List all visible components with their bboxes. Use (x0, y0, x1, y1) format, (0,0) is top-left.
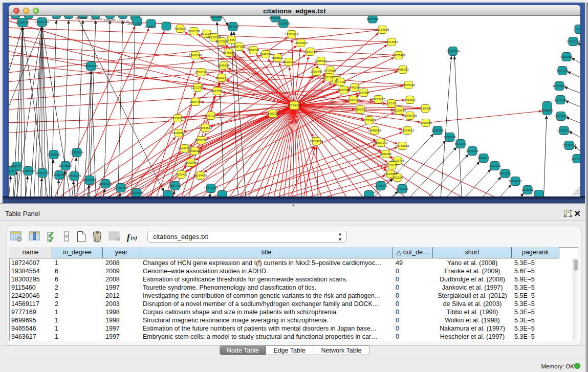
svg-text:9146821: 9146821 (259, 53, 272, 56)
svg-text:7986372: 7986372 (354, 108, 366, 111)
svg-text:12975115: 12975115 (402, 83, 416, 86)
svg-text:16120746: 16120746 (391, 159, 405, 162)
svg-text:7625402: 7625402 (175, 173, 187, 176)
svg-text:1621072: 1621072 (323, 76, 335, 79)
svg-text:5938923: 5938923 (444, 136, 456, 139)
svg-text:23420046: 23420046 (189, 54, 203, 57)
svg-text:19099489: 19099489 (184, 161, 198, 164)
svg-text:7357224: 7357224 (227, 25, 239, 28)
svg-text:1640954: 1640954 (431, 129, 444, 132)
svg-text:8912954: 8912954 (201, 32, 213, 35)
svg-text:10973493: 10973493 (392, 54, 406, 57)
svg-text:2867608: 2867608 (233, 45, 245, 48)
svg-text:6734028: 6734028 (324, 69, 336, 72)
svg-text:19756928: 19756928 (396, 144, 409, 147)
svg-text:9474444: 9474444 (466, 149, 478, 152)
svg-text:18724007: 18724007 (288, 104, 301, 107)
svg-text:9115460: 9115460 (420, 107, 432, 110)
svg-text:8675685: 8675685 (223, 51, 235, 54)
svg-text:17359924: 17359924 (70, 151, 84, 154)
svg-text:252254: 252254 (393, 176, 403, 179)
svg-text:1810755: 1810755 (189, 100, 202, 103)
svg-text:15640910: 15640910 (294, 41, 308, 45)
svg-text:1117: 1117 (576, 28, 580, 31)
svg-text:746266: 746266 (350, 86, 360, 89)
svg-text:1244415: 1244415 (554, 98, 567, 101)
svg-text:12093822: 12093822 (553, 84, 567, 87)
svg-text:20691406: 20691406 (35, 20, 49, 24)
svg-text:9084067: 9084067 (380, 152, 392, 156)
svg-text:13353594: 13353594 (199, 126, 212, 129)
svg-text:16154838: 16154838 (376, 28, 389, 31)
svg-text:19524851: 19524851 (384, 172, 398, 176)
svg-text:9329966: 9329966 (560, 55, 573, 58)
svg-text:13325419: 13325419 (285, 33, 299, 36)
svg-text:16671355: 16671355 (127, 22, 141, 25)
svg-text:17957223: 17957223 (83, 179, 97, 182)
svg-text:16914479: 16914479 (193, 174, 207, 177)
svg-text:19654975: 19654975 (171, 117, 185, 120)
svg-text:8267134: 8267134 (205, 114, 217, 117)
svg-text:16961758: 16961758 (303, 50, 317, 53)
svg-text:9777169: 9777169 (334, 80, 346, 83)
svg-text:11156829: 11156829 (21, 169, 35, 172)
svg-text:13495758: 13495758 (403, 114, 417, 117)
svg-text:19218506: 19218506 (277, 22, 291, 25)
svg-text:7663822: 7663822 (174, 27, 186, 30)
svg-text:1588520: 1588520 (271, 56, 284, 59)
svg-text:9827508: 9827508 (215, 40, 228, 43)
svg-text:10958127: 10958127 (99, 182, 113, 185)
svg-text:15751074: 15751074 (567, 40, 580, 43)
svg-text:12213967: 12213967 (385, 40, 399, 43)
svg-text:10025433: 10025433 (393, 109, 406, 112)
svg-text:5435061: 5435061 (11, 165, 23, 168)
svg-text:12213309: 12213309 (191, 86, 205, 89)
svg-text:20364436: 20364436 (346, 98, 360, 101)
svg-text:12505135: 12505135 (68, 174, 81, 178)
svg-text:3624554: 3624554 (358, 91, 370, 94)
svg-text:15692971: 15692971 (557, 129, 571, 132)
svg-text:15716485: 15716485 (204, 187, 218, 190)
svg-text:8454749: 8454749 (247, 49, 259, 52)
svg-text:18807249: 18807249 (374, 141, 388, 144)
svg-text:2087682: 2087682 (366, 17, 379, 20)
svg-text:7955812: 7955812 (315, 59, 327, 62)
svg-text:1527602: 1527602 (90, 17, 102, 20)
svg-text:8878352: 8878352 (195, 139, 207, 142)
svg-text:3215953: 3215953 (541, 109, 553, 112)
svg-text:14136141: 14136141 (374, 184, 388, 187)
svg-text:14055714: 14055714 (16, 21, 30, 24)
svg-text:8660123: 8660123 (188, 30, 200, 33)
svg-text:16648784: 16648784 (446, 50, 460, 53)
svg-text:2718120: 2718120 (195, 71, 207, 74)
svg-text:9227342: 9227342 (556, 69, 569, 72)
svg-text:9099695: 9099695 (420, 121, 432, 124)
svg-text:2935114: 2935114 (478, 157, 490, 160)
svg-text:8427552: 8427552 (211, 90, 223, 93)
svg-text:6497568: 6497568 (338, 89, 350, 92)
svg-text:1615132: 1615132 (386, 164, 398, 167)
svg-text:7485063: 7485063 (397, 68, 409, 71)
svg-text:9857771: 9857771 (169, 184, 181, 187)
svg-text:8322037: 8322037 (282, 60, 295, 63)
svg-text:10807487: 10807487 (372, 98, 385, 101)
svg-text:10975887: 10975887 (59, 164, 73, 167)
svg-text:10688609: 10688609 (368, 129, 382, 132)
svg-text:1145193: 1145193 (54, 173, 66, 177)
svg-text:9242848: 9242848 (217, 64, 230, 67)
svg-text:12942757: 12942757 (36, 171, 50, 174)
svg-text:1546: 1546 (228, 38, 235, 41)
svg-text:8471676: 8471676 (499, 172, 511, 175)
svg-text:915: 915 (9, 169, 14, 172)
svg-text:(x): (x) (130, 234, 137, 241)
svg-text:20206553: 20206553 (47, 153, 61, 156)
svg-text:17016504: 17016504 (562, 144, 576, 147)
svg-text:2803144: 2803144 (215, 76, 228, 79)
svg-text:7515526: 7515526 (144, 25, 156, 28)
svg-text:10655287: 10655287 (75, 16, 89, 19)
svg-text:19166827: 19166827 (172, 132, 186, 135)
svg-text:9245652: 9245652 (521, 188, 534, 191)
svg-text:62160: 62160 (387, 102, 396, 105)
svg-text:7632621: 7632621 (489, 164, 501, 167)
svg-text:23226058: 23226058 (207, 36, 221, 39)
